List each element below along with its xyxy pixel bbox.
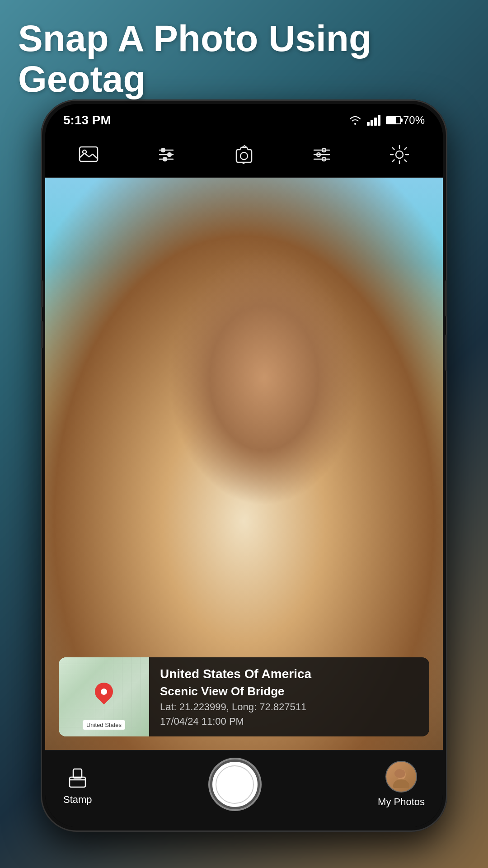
wifi-icon <box>349 115 361 125</box>
stamp-label: Stamp <box>63 794 92 806</box>
svg-rect-0 <box>80 147 98 161</box>
map-pin <box>95 683 113 701</box>
phone-screen: 5:13 PM <box>45 104 443 827</box>
status-bar: 5:13 PM <box>45 104 443 132</box>
geo-coordinates: Lat: 21.223999, Long: 72.827511 <box>160 701 418 713</box>
svg-rect-10 <box>70 777 85 787</box>
adjust-nav-button[interactable] <box>304 141 340 168</box>
volume-up-button[interactable] <box>41 280 43 307</box>
geo-place: Scenic View Of Bridge <box>160 684 418 698</box>
svg-point-15 <box>394 769 405 778</box>
svg-point-2 <box>161 148 165 152</box>
top-navigation <box>45 132 443 178</box>
page-title: Snap A Photo Using Geotag <box>18 18 470 99</box>
settings-nav-button[interactable] <box>381 141 418 168</box>
svg-point-5 <box>240 152 248 160</box>
geo-country: United States Of America <box>160 666 418 682</box>
power-button[interactable] <box>445 280 447 316</box>
user-avatar <box>385 761 417 793</box>
map-thumbnail: United States <box>59 657 149 736</box>
svg-point-9 <box>396 151 403 158</box>
camera-viewfinder: United States United States Of America S… <box>45 178 443 750</box>
filter-nav-button[interactable] <box>148 141 184 168</box>
my-photos-label: My Photos <box>378 796 425 808</box>
svg-point-14 <box>393 779 409 788</box>
my-photos-button[interactable]: My Photos <box>378 761 425 808</box>
battery-indicator: 70% <box>386 114 425 127</box>
status-time: 5:13 PM <box>63 113 111 127</box>
shutter-button[interactable] <box>210 760 260 809</box>
map-region-label: United States <box>83 720 125 730</box>
phone-frame: 5:13 PM <box>41 99 447 832</box>
bottom-navigation: Stamp My Photos <box>45 750 443 827</box>
volume-down-left-button[interactable] <box>41 321 43 348</box>
camera-flip-nav-button[interactable] <box>226 141 262 168</box>
shutter-inner <box>216 765 254 804</box>
signal-icon <box>367 115 380 126</box>
geo-datetime: 17/04/24 11:00 PM <box>160 716 418 727</box>
stamp-button[interactable]: Stamp <box>63 763 92 806</box>
gallery-nav-button[interactable] <box>70 141 107 168</box>
geotag-overlay: United States United States Of America S… <box>59 657 429 736</box>
status-icons: 70% <box>349 114 425 127</box>
svg-point-4 <box>163 157 167 161</box>
volume-down-button[interactable] <box>445 335 447 371</box>
svg-point-3 <box>168 153 171 156</box>
geo-info-panel: United States Of America Scenic View Of … <box>149 657 429 736</box>
